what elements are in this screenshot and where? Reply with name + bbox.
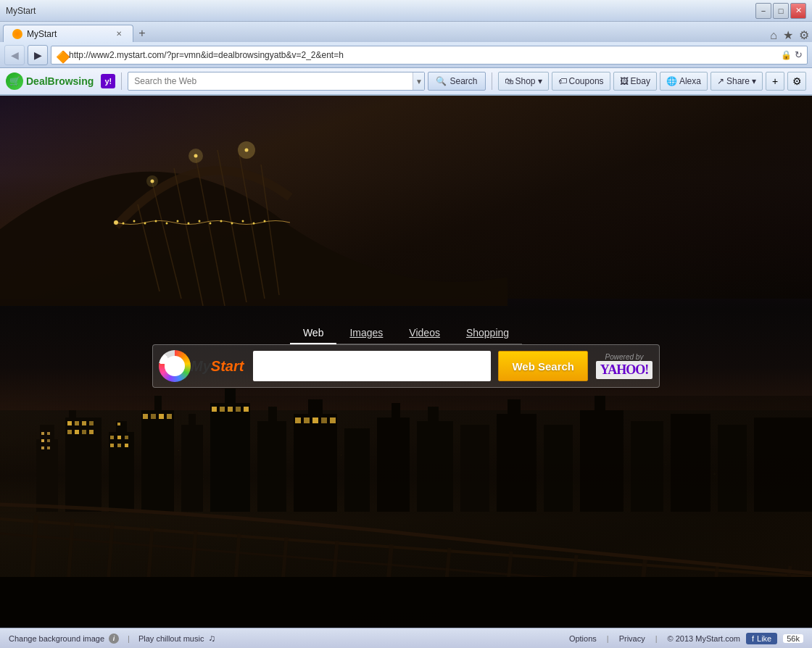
add-toolbar-button[interactable]: +: [766, 72, 784, 91]
search-tabs: Web Images Videos Shopping: [152, 323, 660, 344]
tab-videos[interactable]: Videos: [396, 323, 453, 344]
status-right: Options | Privacy | © 2013 MyStart.com f…: [569, 633, 803, 644]
change-background-link[interactable]: Change background image: [9, 634, 104, 643]
status-divider-2: |: [607, 634, 609, 643]
status-bar: Change background image i | Play chillou…: [0, 628, 812, 648]
toolbar: 🛒 DealBrowsing y! ▼ 🔍 Search 🛍 Shop ▾ 🏷 …: [0, 68, 812, 96]
logo-text: DealBrowsing: [26, 75, 94, 87]
address-text: http://www2.mystart.com/?pr=vmn&id=dealb…: [69, 50, 778, 60]
status-divider-3: |: [655, 634, 658, 643]
shop-dropdown-icon: ▾: [538, 76, 542, 86]
play-music-link[interactable]: Play chillout music: [138, 634, 204, 643]
copyright-text: © 2013 MyStart.com: [668, 634, 740, 643]
title-bar: MyStart − □ ✕: [0, 0, 812, 22]
search-box: MyStart Web Search Powered by YAHOO!: [152, 344, 660, 388]
tab-bar-right: ⌂ ★ ⚙: [770, 28, 809, 42]
search-overlay: Web Images Videos Shopping MyStart Web S…: [152, 323, 660, 388]
status-left: Change background image i | Play chillou…: [9, 633, 215, 644]
address-lock-icon: 🔒: [781, 50, 792, 60]
settings-icon[interactable]: ⚙: [799, 28, 809, 42]
mystart-logo-icon: [159, 350, 191, 382]
music-icon: ♫: [208, 633, 215, 644]
toolbar-search-button[interactable]: 🔍 Search: [428, 72, 485, 91]
fence-overlay: [0, 396, 812, 628]
main-search-input[interactable]: [253, 351, 491, 381]
like-label: Like: [757, 634, 771, 643]
tab-shopping[interactable]: Shopping: [453, 323, 522, 344]
back-button[interactable]: ◀: [4, 45, 25, 65]
close-button[interactable]: ✕: [790, 3, 806, 19]
toolbar-divider: [121, 72, 122, 90]
main-content: Web Images Videos Shopping MyStart Web S…: [0, 96, 812, 628]
address-bar[interactable]: 🔶 http://www2.mystart.com/?pr=vmn&id=dea…: [51, 46, 808, 65]
title-bar-left: MyStart: [6, 6, 36, 16]
tab-images[interactable]: Images: [336, 323, 396, 344]
facebook-count: 56k: [783, 634, 803, 643]
tab-mystart[interactable]: MyStart ✕: [3, 25, 133, 42]
info-icon[interactable]: i: [109, 634, 119, 644]
alexa-icon: 🌐: [666, 76, 677, 86]
web-search-button[interactable]: Web Search: [498, 351, 588, 381]
options-link[interactable]: Options: [569, 634, 597, 643]
forward-button[interactable]: ▶: [28, 45, 48, 65]
toolbar-search-wrap[interactable]: ▼: [128, 72, 425, 91]
toolbar-settings-button[interactable]: ⚙: [787, 72, 806, 91]
logo-icon: 🛒: [6, 72, 23, 90]
bridge-overlay: [0, 96, 812, 299]
coupons-icon: 🏷: [558, 76, 567, 86]
ebay-button[interactable]: 🖼 Ebay: [613, 72, 657, 91]
share-dropdown-icon: ▾: [752, 76, 756, 86]
navigation-bar: ◀ ▶ 🔶 http://www2.mystart.com/?pr=vmn&id…: [0, 42, 812, 68]
address-favicon: 🔶: [56, 50, 66, 60]
coupons-button[interactable]: 🏷 Coupons: [552, 72, 610, 91]
tab-close-button[interactable]: ✕: [114, 29, 124, 39]
bookmark-icon[interactable]: ★: [783, 28, 793, 42]
search-dropdown-button[interactable]: ▼: [413, 72, 424, 90]
ebay-icon: 🖼: [620, 76, 629, 86]
mystart-logo-text: MyStart: [191, 358, 244, 375]
facebook-like-button[interactable]: f Like: [746, 633, 777, 644]
shop-icon: 🛍: [505, 76, 513, 86]
maximize-button[interactable]: □: [773, 3, 789, 19]
yahoo-icon: y!: [101, 74, 115, 88]
minimize-button[interactable]: −: [755, 3, 771, 19]
refresh-button[interactable]: ↻: [795, 49, 803, 60]
home-icon[interactable]: ⌂: [770, 29, 777, 42]
shop-button[interactable]: 🛍 Shop ▾: [498, 72, 549, 91]
search-icon: 🔍: [436, 76, 447, 86]
share-icon: ↗: [717, 76, 724, 86]
privacy-link[interactable]: Privacy: [619, 634, 645, 643]
powered-by-text: Powered by: [605, 353, 644, 361]
facebook-icon: f: [752, 634, 754, 643]
dealbrowsing-logo: 🛒 DealBrowsing: [6, 72, 94, 90]
toolbar-end: + ⚙: [766, 72, 806, 91]
alexa-button[interactable]: 🌐 Alexa: [660, 72, 708, 91]
mystart-logo: MyStart: [159, 350, 246, 382]
tab-bar: MyStart ✕ + ⌂ ★ ⚙: [0, 22, 812, 42]
new-tab-button[interactable]: +: [133, 25, 151, 42]
status-divider-1: |: [128, 634, 130, 643]
tab-web[interactable]: Web: [290, 323, 337, 344]
toolbar-search-input[interactable]: [128, 72, 413, 90]
tab-favicon: [12, 29, 22, 39]
share-button[interactable]: ↗ Share ▾: [710, 72, 763, 91]
window-title: MyStart: [6, 6, 36, 16]
window-controls: − □ ✕: [755, 3, 806, 19]
powered-by: Powered by YAHOO!: [595, 353, 653, 379]
yahoo-logo: YAHOO!: [596, 361, 652, 379]
toolbar-divider-2: [492, 72, 492, 90]
tab-label: MyStart: [27, 29, 57, 39]
